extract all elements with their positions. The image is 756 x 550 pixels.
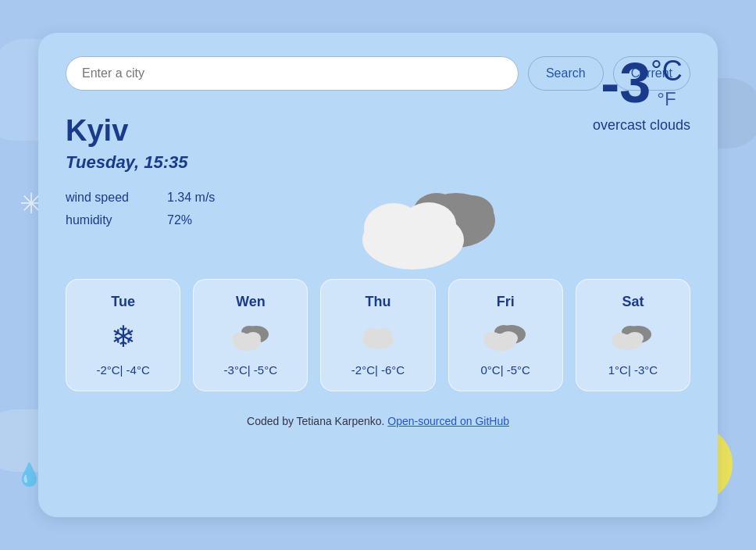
forecast-icon-wen <box>230 320 272 354</box>
forecast-day-tue: Tue <box>111 294 135 310</box>
forecast-card-fri: Fri 0°C| -5°C <box>448 279 563 391</box>
clouds-icon-fri <box>482 322 529 352</box>
humidity-value: 72% <box>167 209 192 232</box>
forecast-icon-thu <box>358 320 398 354</box>
forecast-temp-wen: -3°C| -5°C <box>224 363 277 377</box>
wind-value: 1.34 m/s <box>167 187 215 209</box>
wind-label: wind speed <box>66 187 152 209</box>
svg-point-23 <box>626 332 644 345</box>
svg-point-13 <box>375 328 392 342</box>
temp-row: -3 °C °F <box>593 55 690 114</box>
forecast-card-tue: Tue ❄ -2°C| -4°C <box>66 279 180 391</box>
search-input[interactable] <box>66 56 519 91</box>
forecast-day-thu: Thu <box>366 294 391 310</box>
svg-point-5 <box>401 202 456 246</box>
forecast-icon-sat <box>610 320 655 354</box>
weather-card: Search Current -3 °C °F overcast clouds … <box>38 33 718 517</box>
weather-description: overcast clouds <box>593 117 690 134</box>
forecast-temp-thu: -2°C| -6°C <box>351 363 405 377</box>
city-datetime: Tuesday, 15:35 <box>66 152 690 173</box>
github-link[interactable]: Open-sourced on GitHub <box>387 415 509 427</box>
forecast-icon-tue: ❄ <box>111 320 136 354</box>
cloud-icon-thu <box>358 323 398 350</box>
forecast-card-thu: Thu -2°C| -6°C <box>320 279 435 391</box>
svg-point-10 <box>245 332 261 345</box>
cloud-svg <box>347 173 503 275</box>
temp-units: °C °F <box>651 55 682 114</box>
forecast-temp-fri: 0°C| -5°C <box>481 363 530 377</box>
clouds-icon-wen <box>230 322 272 352</box>
forecast-day-fri: Fri <box>497 294 515 310</box>
fahrenheit-unit: °F <box>657 88 676 109</box>
temperature-display: -3 °C °F overcast clouds <box>593 55 690 134</box>
forecast-card-sat: Sat 1°C| -3°C <box>576 279 690 391</box>
forecast-card-wen: Wen -3°C| -5°C <box>193 279 308 391</box>
forecast-icon-fri <box>482 320 529 354</box>
svg-point-18 <box>499 331 518 345</box>
forecast-temp-tue: -2°C| -4°C <box>96 363 149 377</box>
footer-text: Coded by Tetiana Karpenko. <box>247 415 384 427</box>
forecast-day-wen: Wen <box>236 294 266 310</box>
humidity-label: humidity <box>66 209 152 232</box>
cloud-illustration <box>347 173 503 278</box>
snow-icon: ❄ <box>111 320 136 354</box>
footer: Coded by Tetiana Karpenko. Open-sourced … <box>66 415 690 427</box>
celsius-unit: °C <box>651 55 682 87</box>
temperature-value: -3 <box>601 55 651 111</box>
svg-point-22 <box>612 333 629 345</box>
clouds-icon-sat <box>610 323 655 351</box>
forecast-temp-sat: 1°C| -3°C <box>608 363 658 377</box>
forecast-day-sat: Sat <box>622 294 644 310</box>
forecast-row: Tue ❄ -2°C| -4°C Wen -3°C| -5°C Thu <box>66 279 690 391</box>
